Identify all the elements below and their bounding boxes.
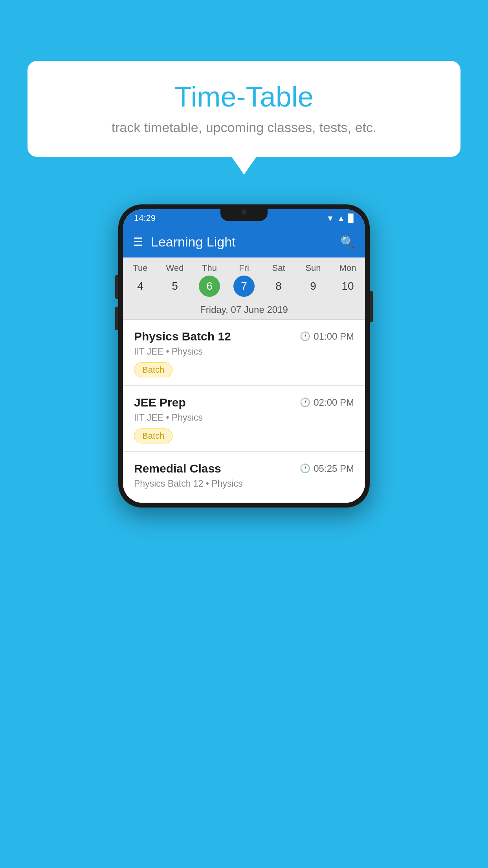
- class-name: Remedial Class: [134, 462, 221, 475]
- app-title: Learning Light: [151, 234, 332, 250]
- day-name: Mon: [332, 263, 363, 273]
- class-item[interactable]: Physics Batch 12🕐01:00 PMIIT JEE • Physi…: [123, 320, 365, 386]
- clock-icon: 🕐: [300, 331, 310, 342]
- class-item-header: JEE Prep🕐02:00 PM: [134, 396, 354, 409]
- class-item[interactable]: Remedial Class🕐05:25 PMPhysics Batch 12 …: [123, 452, 365, 503]
- class-time: 🕐02:00 PM: [300, 397, 354, 408]
- day-name: Sat: [263, 263, 294, 273]
- day-name: Wed: [159, 263, 191, 273]
- day-number: 10: [337, 276, 358, 297]
- clock-icon: 🕐: [300, 463, 310, 474]
- phone-mockup: 14:29 ▼ ▲ ▉ ☰ Learning Light 🔍 Tue4Wed5T…: [118, 204, 370, 508]
- calendar-day-9[interactable]: Sun9: [296, 257, 330, 300]
- day-name: Sun: [297, 263, 329, 273]
- class-time: 🕐05:25 PM: [300, 463, 354, 474]
- class-time: 🕐01:00 PM: [300, 331, 354, 342]
- calendar-day-4[interactable]: Tue4: [123, 257, 158, 300]
- phone-screen: 14:29 ▼ ▲ ▉ ☰ Learning Light 🔍 Tue4Wed5T…: [123, 209, 365, 503]
- day-name: Tue: [125, 263, 156, 273]
- status-time: 14:29: [134, 213, 156, 223]
- calendar-day-5[interactable]: Wed5: [158, 257, 192, 300]
- status-icons: ▼ ▲ ▉: [326, 213, 354, 223]
- calendar-day-8[interactable]: Sat8: [261, 257, 296, 300]
- selected-date-label: Friday, 07 June 2019: [123, 300, 365, 320]
- class-meta: IIT JEE • Physics: [134, 412, 354, 423]
- class-item-header: Remedial Class🕐05:25 PM: [134, 462, 354, 475]
- wifi-icon: ▼: [326, 214, 334, 223]
- front-camera: [241, 209, 247, 215]
- class-name: Physics Batch 12: [134, 330, 231, 343]
- calendar-week-row: Tue4Wed5Thu6Fri7Sat8Sun9Mon10: [123, 257, 365, 300]
- calendar-day-6[interactable]: Thu6: [192, 257, 227, 300]
- volume-up-button[interactable]: [115, 275, 118, 299]
- hamburger-menu-icon[interactable]: ☰: [133, 237, 143, 248]
- class-meta: Physics Batch 12 • Physics: [134, 478, 354, 489]
- day-number: 7: [233, 276, 255, 297]
- power-button[interactable]: [370, 291, 373, 322]
- day-number: 5: [164, 276, 185, 297]
- class-item-header: Physics Batch 12🕐01:00 PM: [134, 330, 354, 343]
- app-bar: ☰ Learning Light 🔍: [123, 226, 365, 257]
- class-list: Physics Batch 12🕐01:00 PMIIT JEE • Physi…: [123, 320, 365, 503]
- day-name: Fri: [228, 263, 260, 273]
- bubble-title: Time-Table: [43, 81, 445, 113]
- day-number: 4: [130, 276, 151, 297]
- calendar-day-7[interactable]: Fri7: [227, 257, 261, 300]
- phone-frame: 14:29 ▼ ▲ ▉ ☰ Learning Light 🔍 Tue4Wed5T…: [118, 204, 370, 508]
- calendar-day-10[interactable]: Mon10: [330, 257, 365, 300]
- day-number: 6: [199, 276, 220, 297]
- clock-icon: 🕐: [300, 397, 310, 408]
- batch-badge: Batch: [134, 362, 172, 377]
- class-name: JEE Prep: [134, 396, 186, 409]
- bubble-subtitle: track timetable, upcoming classes, tests…: [43, 120, 445, 135]
- class-meta: IIT JEE • Physics: [134, 346, 354, 357]
- battery-icon: ▉: [348, 213, 354, 223]
- search-icon[interactable]: 🔍: [340, 235, 355, 249]
- batch-badge: Batch: [134, 428, 172, 443]
- signal-icon: ▲: [337, 214, 345, 223]
- speech-bubble: Time-Table track timetable, upcoming cla…: [28, 61, 460, 157]
- volume-down-button[interactable]: [115, 307, 118, 330]
- day-name: Thu: [194, 263, 225, 273]
- day-number: 8: [268, 276, 289, 297]
- day-number: 9: [303, 276, 324, 297]
- class-item[interactable]: JEE Prep🕐02:00 PMIIT JEE • PhysicsBatch: [123, 386, 365, 452]
